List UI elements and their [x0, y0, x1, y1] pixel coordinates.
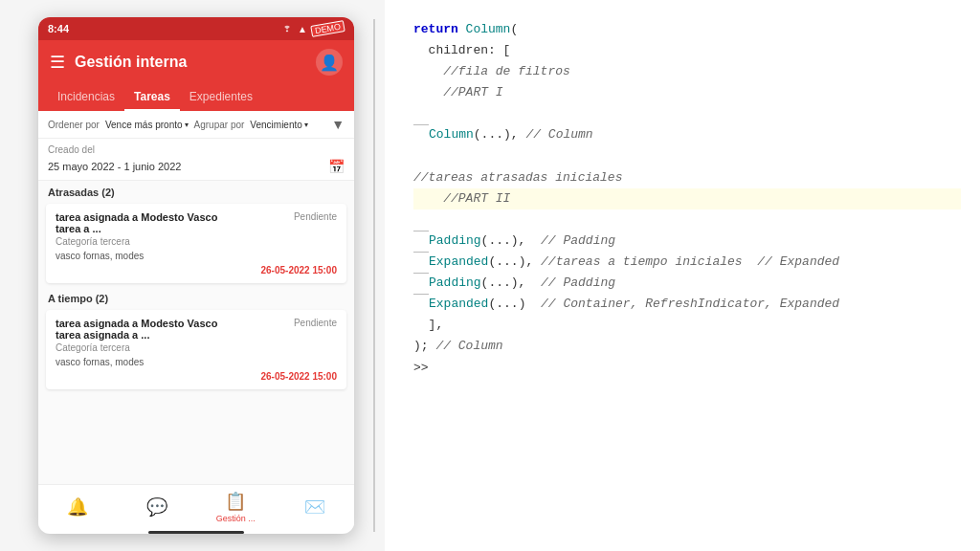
fn-column: Column	[466, 19, 511, 40]
code-line-6: Column(...), // Column	[413, 124, 961, 145]
status-icons: ▲ DEMO	[280, 23, 345, 34]
mail-icon: ✉️	[304, 496, 325, 518]
filter-funnel-icon[interactable]: ▼	[331, 117, 345, 132]
nav-gestion[interactable]: 📋 Gestión ...	[212, 491, 259, 523]
nav-messages[interactable]: 💬	[133, 496, 181, 518]
tab-expedientes[interactable]: Expedientes	[180, 84, 262, 111]
code-line-14: Expanded(...) // Container, RefreshIndic…	[413, 294, 961, 315]
task-status-2: Pendiente	[294, 318, 337, 328]
tab-tareas[interactable]: Tareas	[124, 84, 180, 111]
code-line-4: //PART I	[413, 82, 961, 103]
wifi-icon	[280, 24, 294, 33]
task-tags-2: vasco fornas, modes	[56, 357, 337, 367]
tree-h-line-5	[413, 294, 429, 295]
code-line-7	[413, 146, 961, 167]
bottom-indicator	[148, 531, 244, 534]
vertical-divider	[373, 19, 375, 532]
task-category-2: Categoría tercera	[56, 342, 337, 353]
tree-h-line-4	[413, 273, 429, 274]
group-select[interactable]: Vencimiento ▾	[250, 120, 307, 130]
task-card-header: tarea asignada a Modesto Vasco tarea a .…	[56, 211, 337, 234]
code-line-12: Expanded(...), //tareas a tiempo inicial…	[413, 252, 961, 273]
tree-h-line-1	[413, 124, 429, 125]
code-line-17: >>	[413, 358, 961, 379]
code-line-2: children: [	[413, 40, 961, 61]
keyword-return: return	[413, 19, 466, 40]
code-line-16: ); // Column	[413, 336, 961, 357]
task-date-2: 26-05-2022 15:00	[56, 371, 337, 382]
date-range: 25 mayo 2022 - 1 junio 2022 📅	[48, 159, 345, 174]
task-category: Categoría tercera	[56, 236, 337, 247]
menu-icon[interactable]: ☰	[50, 52, 65, 73]
content-area: Atrasadas (2) tarea asignada a Modesto V…	[38, 181, 354, 484]
bell-icon: 🔔	[67, 496, 88, 518]
order-select[interactable]: Vence más pronto ▾	[105, 120, 189, 130]
chat-icon: 💬	[146, 496, 167, 518]
task-date: 26-05-2022 15:00	[56, 265, 337, 276]
task-card-2[interactable]: tarea asignada a Modesto Vasco tarea asi…	[46, 310, 346, 389]
tab-incidencias[interactable]: Incidencias	[48, 84, 124, 111]
calendar-icon[interactable]: 📅	[328, 159, 345, 174]
date-range-text: 25 mayo 2022 - 1 junio 2022	[48, 161, 181, 172]
group-label: Agrupar por	[194, 120, 245, 130]
clipboard-icon: 📋	[225, 491, 246, 512]
app-title: Gestión interna	[75, 54, 306, 71]
task-title: tarea asignada a Modesto Vasco tarea a .…	[56, 211, 228, 234]
task-status: Pendiente	[294, 211, 337, 222]
date-label: Creado del	[48, 144, 345, 155]
order-arrow-icon: ▾	[185, 121, 189, 129]
signal-icon: ▲	[298, 24, 307, 34]
bottom-nav: 🔔 💬 📋 Gestión ... ✉️	[38, 484, 354, 527]
status-bar: 8:44 ▲ DEMO	[38, 17, 354, 40]
date-section: Creado del 25 mayo 2022 - 1 junio 2022 📅	[38, 139, 354, 181]
code-line-15: ],	[413, 315, 961, 336]
section-atrasadas: Atrasadas (2)	[38, 181, 354, 200]
section-atiempo: A tiempo (2)	[38, 287, 354, 306]
code-line-1: return Column(	[413, 19, 961, 40]
task-card-header-2: tarea asignada a Modesto Vasco tarea asi…	[56, 318, 337, 341]
avatar[interactable]: 👤	[316, 49, 343, 76]
nav-notifications[interactable]: 🔔	[54, 496, 101, 518]
tree-h-line-2	[413, 231, 429, 231]
deco-label: DEMO	[310, 20, 345, 37]
code-panel: return Column( children: [ //fila de fil…	[385, 0, 980, 551]
code-line-10	[413, 209, 961, 231]
code-line-8: //tareas atrasadas iniciales	[413, 167, 961, 188]
app-bar: ☰ Gestión interna 👤	[38, 40, 354, 84]
task-card[interactable]: tarea asignada a Modesto Vasco tarea a .…	[46, 204, 346, 283]
group-arrow-icon: ▾	[304, 121, 308, 129]
filter-row: Ordener por Vence más pronto ▾ Agrupar p…	[38, 111, 354, 139]
tree-h-line-3	[413, 252, 429, 253]
nav-mail[interactable]: ✉️	[291, 496, 339, 518]
tabs-row: Incidencias Tareas Expedientes	[38, 84, 354, 111]
task-title-2: tarea asignada a Modesto Vasco tarea asi…	[56, 318, 228, 341]
code-line-3: //fila de filtros	[413, 61, 961, 82]
order-label: Ordener por	[48, 120, 100, 130]
phone-panel: 8:44 ▲ DEMO ☰ Gestión interna 👤 Incidenc…	[38, 17, 354, 534]
code-line-9: //PART II	[413, 188, 961, 209]
nav-gestion-label: Gestión ...	[216, 514, 256, 523]
task-tags: vasco fornas, modes	[56, 251, 337, 261]
code-line-11: Padding(...), // Padding	[413, 231, 961, 252]
code-line-5	[413, 103, 961, 124]
status-time: 8:44	[48, 23, 69, 34]
code-line-13: Padding(...), // Padding	[413, 273, 961, 294]
